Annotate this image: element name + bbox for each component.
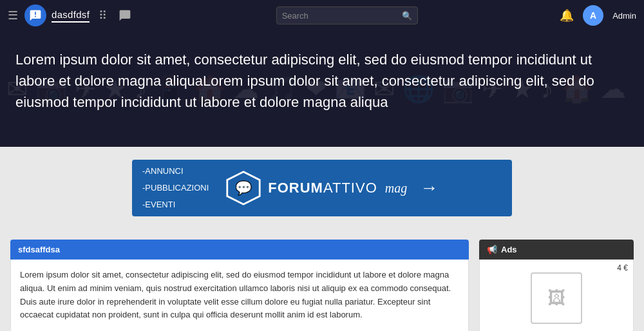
promo-line-2: -PUBBLICAZIONI [142, 180, 209, 196]
ads-price: 4 € [617, 263, 628, 272]
hero-banner: ✉ 📷 ✈ ★ ♪ 📱 🏠 ☁ 🎵 ❤ 📧 ✉ 🌐 📷 ✈ ★ ♪ 🏠 ☁ Lo… [0, 31, 644, 147]
brand-name[interactable]: dasdfdsf [52, 9, 90, 23]
navbar-left: ☰ dasdfdsf ⠿ [8, 5, 134, 26]
hamburger-icon[interactable]: ☰ [8, 8, 18, 23]
chat-icon[interactable] [116, 6, 134, 24]
admin-label: Admin [612, 11, 636, 21]
hero-text: Lorem ipsum dolor sit amet, consectetur … [15, 49, 595, 113]
navbar-right: 🔔 A Admin [560, 5, 636, 26]
promo-right: FORUMATTIVO mag → [268, 178, 512, 198]
ad-icon: 📢 [487, 245, 497, 254]
image-icon: 🖼 [547, 287, 565, 308]
forum-bold: FORUM [268, 180, 323, 196]
avatar[interactable]: A [583, 5, 603, 26]
hex-icon: 💬 [225, 167, 261, 209]
brand-icon[interactable] [24, 5, 46, 26]
brand-logo-icon [29, 9, 42, 22]
navbar: ☰ dasdfdsf ⠿ 🔍 🔔 A Admin [0, 0, 644, 31]
promo-arrow: → [420, 178, 438, 198]
left-column: sfdsaffdsa Lorem ipsum dolor sit amet, c… [10, 240, 469, 331]
promo-left: -ANNUNCI -PUBBLICAZIONI -EVENTI [132, 163, 219, 213]
search-input[interactable] [282, 11, 402, 21]
promo-banner[interactable]: -ANNUNCI -PUBBLICAZIONI -EVENTI 💬 FORUMA… [132, 160, 512, 216]
promo-center: 💬 [219, 167, 268, 209]
search-wrapper: 🔍 [276, 6, 418, 24]
promo-section: -ANNUNCI -PUBBLICAZIONI -EVENTI 💬 FORUMA… [0, 147, 644, 229]
bell-icon[interactable]: 🔔 [560, 8, 574, 23]
right-column: 📢 Ads 4 € 🖼 [479, 240, 634, 331]
ads-header: 📢 Ads [479, 240, 634, 260]
promo-line-3: -EVENTI [142, 196, 209, 213]
card-body: Lorem ipsum dolor sit amet, consectetur … [10, 260, 469, 331]
forum-mag: mag [385, 181, 407, 196]
ads-label: Ads [501, 245, 517, 254]
ads-body: 4 € 🖼 [479, 260, 634, 331]
grid-icon[interactable]: ⠿ [96, 6, 109, 25]
navbar-brand: dasdfdsf [24, 5, 90, 26]
main-content: sfdsaffdsa Lorem ipsum dolor sit amet, c… [0, 229, 644, 331]
svg-text:💬: 💬 [235, 180, 252, 196]
promo-line-1: -ANNUNCI [142, 163, 209, 180]
search-icon: 🔍 [402, 11, 412, 21]
ad-image-placeholder: 🖼 [531, 272, 582, 324]
forum-normal: ATTIVO [323, 180, 377, 196]
search-area: 🔍 [142, 6, 552, 24]
card-header: sfdsaffdsa [10, 240, 469, 260]
forum-text: FORUMATTIVO [268, 180, 377, 196]
